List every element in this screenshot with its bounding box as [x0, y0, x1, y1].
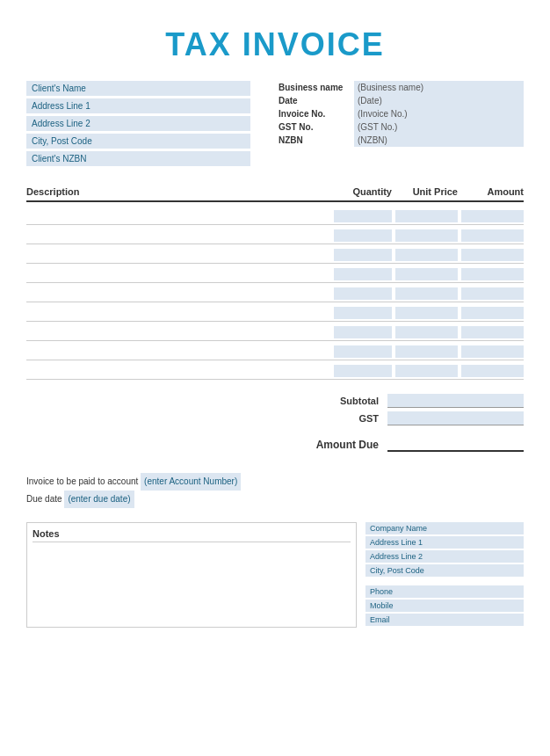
- item-price-2[interactable]: [395, 249, 458, 261]
- account-number[interactable]: (enter Account Number): [141, 473, 241, 491]
- item-price-0[interactable]: [395, 210, 458, 222]
- item-price-4[interactable]: [395, 287, 458, 300]
- item-price-3[interactable]: [395, 268, 458, 280]
- item-price-1[interactable]: [395, 229, 458, 242]
- item-amount-6[interactable]: [461, 326, 524, 338]
- due-text: Due date: [26, 494, 62, 504]
- item-row-5: [26, 302, 524, 322]
- totals-section: Subtotal GST Amount Due: [26, 394, 524, 452]
- item-amount-7[interactable]: [461, 345, 524, 358]
- item-desc-4[interactable]: [26, 287, 330, 300]
- subtotal-value[interactable]: [387, 394, 524, 408]
- item-desc-3[interactable]: [26, 268, 330, 280]
- item-amount-5[interactable]: [461, 307, 524, 319]
- bottom-section: Notes Company Name Address Line 1 Addres…: [26, 522, 524, 628]
- client-address2-field: Address Line 2: [26, 116, 250, 131]
- client-nzbn-field: Client's NZBN: [26, 151, 250, 166]
- company-city-field: City, Post Code: [365, 564, 524, 577]
- item-desc-7[interactable]: [26, 345, 330, 358]
- company-mobile-field: Mobile: [365, 600, 524, 612]
- header-description: Description: [26, 186, 330, 197]
- item-row-1: [26, 225, 524, 244]
- biz-label-2: Invoice No.: [275, 107, 354, 120]
- items-header: Description Quantity Unit Price Amount: [26, 186, 524, 202]
- business-info-table: Business name(Business name)Date(Date)In…: [275, 81, 524, 147]
- item-row-3: [26, 264, 524, 283]
- item-qty-6[interactable]: [334, 326, 392, 338]
- biz-label-3: GST No.: [275, 120, 354, 134]
- gst-label: GST: [300, 413, 379, 424]
- item-price-5[interactable]: [395, 307, 458, 319]
- payment-text-before: Invoice to be paid to account: [26, 476, 138, 486]
- amount-due-label: Amount Due: [300, 439, 379, 451]
- item-row-6: [26, 322, 524, 341]
- item-desc-1[interactable]: [26, 229, 330, 242]
- item-amount-2[interactable]: [461, 249, 524, 261]
- subtotal-row: Subtotal: [278, 394, 524, 408]
- payment-line1: Invoice to be paid to account (enter Acc…: [26, 473, 524, 491]
- gst-value[interactable]: [387, 411, 524, 425]
- business-row-4: NZBN(NZBN): [275, 134, 524, 147]
- item-desc-6[interactable]: [26, 326, 330, 338]
- item-row-2: [26, 244, 524, 264]
- item-price-8[interactable]: [395, 365, 458, 377]
- item-qty-4[interactable]: [334, 287, 392, 300]
- company-info-box: Company Name Address Line 1 Address Line…: [365, 522, 524, 628]
- client-city-field: City, Post Code: [26, 134, 250, 149]
- biz-label-4: NZBN: [275, 134, 354, 147]
- business-row-2: Invoice No.(Invoice No.): [275, 107, 524, 120]
- gst-row: GST: [278, 411, 524, 425]
- header-unit-price: Unit Price: [392, 186, 458, 197]
- biz-value-2[interactable]: (Invoice No.): [354, 107, 524, 120]
- item-qty-1[interactable]: [334, 229, 392, 242]
- client-info: Client's Name Address Line 1 Address Lin…: [26, 81, 250, 169]
- business-info: Business name(Business name)Date(Date)In…: [275, 81, 524, 169]
- item-desc-0[interactable]: [26, 210, 330, 222]
- item-row-4: [26, 283, 524, 302]
- item-desc-2[interactable]: [26, 249, 330, 261]
- item-amount-1[interactable]: [461, 229, 524, 242]
- client-address1-field: Address Line 1: [26, 98, 250, 113]
- business-row-0: Business name(Business name): [275, 81, 524, 94]
- biz-value-4[interactable]: (NZBN): [354, 134, 524, 147]
- item-price-7[interactable]: [395, 345, 458, 358]
- payment-section: Invoice to be paid to account (enter Acc…: [26, 473, 524, 508]
- subtotal-label: Subtotal: [300, 396, 379, 406]
- company-phone-field: Phone: [365, 585, 524, 598]
- biz-value-1[interactable]: (Date): [354, 94, 524, 107]
- top-section: Client's Name Address Line 1 Address Lin…: [26, 81, 524, 169]
- notes-title: Notes: [33, 528, 351, 542]
- business-row-1: Date(Date): [275, 94, 524, 107]
- item-amount-3[interactable]: [461, 268, 524, 280]
- item-rows: [26, 206, 524, 380]
- item-qty-3[interactable]: [334, 268, 392, 280]
- item-price-6[interactable]: [395, 326, 458, 338]
- header-quantity: Quantity: [330, 186, 392, 197]
- notes-box: Notes: [26, 522, 357, 628]
- due-date[interactable]: (enter due date): [64, 491, 134, 508]
- company-address1-field: Address Line 1: [365, 536, 524, 549]
- company-address2-field: Address Line 2: [365, 550, 524, 563]
- item-row-0: [26, 206, 524, 225]
- item-row-8: [26, 360, 524, 380]
- amount-due-row: Amount Due: [278, 438, 524, 452]
- biz-value-3[interactable]: (GST No.): [354, 120, 524, 134]
- item-row-7: [26, 341, 524, 360]
- invoice-title: TAX INVOICE: [26, 18, 524, 81]
- company-email-field: Email: [365, 614, 524, 626]
- biz-label-0: Business name: [275, 81, 354, 94]
- item-qty-0[interactable]: [334, 210, 392, 222]
- item-qty-5[interactable]: [334, 307, 392, 319]
- amount-due-value[interactable]: [387, 438, 524, 452]
- business-row-3: GST No.(GST No.): [275, 120, 524, 134]
- biz-value-0[interactable]: (Business name): [354, 81, 524, 94]
- item-desc-5[interactable]: [26, 307, 330, 319]
- item-qty-2[interactable]: [334, 249, 392, 261]
- item-amount-8[interactable]: [461, 365, 524, 377]
- item-desc-8[interactable]: [26, 365, 330, 377]
- item-qty-8[interactable]: [334, 365, 392, 377]
- item-amount-0[interactable]: [461, 210, 524, 222]
- item-amount-4[interactable]: [461, 287, 524, 300]
- item-qty-7[interactable]: [334, 345, 392, 358]
- company-name-field: Company Name: [365, 522, 524, 534]
